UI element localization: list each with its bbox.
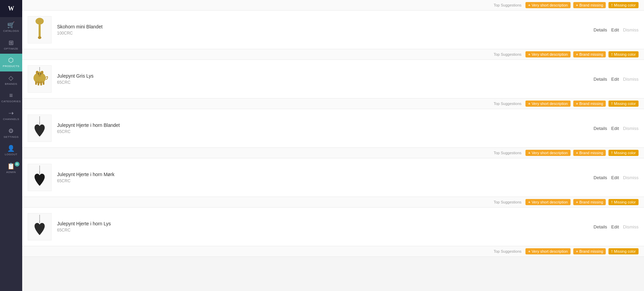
product-row-4: Julepynt Hjerte i horn Mørk 65CRC Detail… (22, 158, 644, 197)
edit-link-4[interactable]: Edit (611, 175, 619, 180)
plus-icon: + (576, 151, 578, 155)
product-info-5: Julepynt Hjerte i horn Lys 65CRC (57, 221, 588, 233)
heart-ornament-svg-5 (31, 215, 48, 239)
product-actions-4: Details Edit Dismiss (593, 175, 639, 180)
brand-missing-tag-1[interactable]: + Brand missing (573, 2, 606, 8)
very-short-description-tag-5b[interactable]: + Very short description (525, 248, 571, 254)
missing-color-tag-1[interactable]: ! Missing color (608, 2, 639, 8)
channels-icon: ⇢ (9, 110, 14, 116)
svg-rect-10 (38, 81, 39, 85)
warn-icon: ! (611, 102, 612, 106)
details-link-3[interactable]: Details (593, 126, 607, 131)
sidebar-item-label: BRANDS (5, 82, 17, 86)
plus-icon: + (528, 250, 530, 253)
sidebar-item-categories[interactable]: ≡ CATEGORIES (0, 89, 22, 107)
missing-color-tag-2[interactable]: ! Missing color (608, 51, 639, 57)
svg-rect-1 (39, 24, 41, 38)
missing-color-tag-5b[interactable]: ! Missing color (608, 248, 639, 254)
brand-missing-tag-5b[interactable]: + Brand missing (573, 248, 606, 254)
edit-link-1[interactable]: Edit (611, 27, 619, 32)
logo-text: W (8, 5, 14, 12)
dismiss-link-4[interactable]: Dismiss (623, 175, 639, 180)
sidebar-item-label: LOGOUT (5, 153, 17, 156)
plus-icon: + (576, 250, 578, 253)
product-actions-2: Details Edit Dismiss (593, 77, 639, 82)
product-info-3: Julepynt Hjerte i horn Blandet 65CRC (57, 122, 588, 134)
product-actions-3: Details Edit Dismiss (593, 126, 639, 131)
very-short-description-tag-2[interactable]: + Very short description (525, 51, 571, 57)
suggestions-label: Top Suggestions (494, 3, 521, 7)
edit-link-5[interactable]: Edit (611, 224, 619, 229)
details-link-5[interactable]: Details (593, 224, 607, 229)
brand-missing-tag-3[interactable]: + Brand missing (573, 101, 606, 107)
product-image-5 (28, 213, 52, 240)
dismiss-link-5[interactable]: Dismiss (623, 224, 639, 229)
product-section-4: Top Suggestions + Very short description… (22, 148, 644, 197)
product-name-4: Julepynt Hjerte i horn Mørk (57, 172, 588, 177)
svg-rect-9 (35, 81, 37, 85)
product-row-3: Julepynt Hjerte i horn Blandet 65CRC Det… (22, 109, 644, 148)
admin-badge: A (15, 162, 19, 167)
warn-icon: ! (611, 3, 612, 7)
main-content: Top Suggestions + Very short description… (22, 0, 644, 291)
sidebar-item-channels[interactable]: ⇢ CHANNELS (0, 107, 22, 124)
svg-rect-12 (43, 81, 44, 85)
plus-icon: + (528, 151, 530, 155)
sidebar-item-settings[interactable]: ⚙ SETTINGS (0, 124, 22, 142)
brand-missing-tag-5[interactable]: + Brand missing (573, 199, 606, 205)
tag-label: Brand missing (579, 151, 603, 155)
product-row-5: Julepynt Hjerte i horn Lys 65CRC Details… (22, 208, 644, 246)
product-image-1 (28, 16, 52, 43)
sidebar-item-label: CATEGORIES (1, 100, 21, 103)
details-link-1[interactable]: Details (593, 27, 607, 32)
sidebar-item-products[interactable]: ⬡ PRODUCTS (0, 54, 22, 71)
sidebar-item-admin[interactable]: A 📋 ADMIN (0, 160, 22, 177)
details-link-4[interactable]: Details (593, 175, 607, 180)
brand-missing-tag-2[interactable]: + Brand missing (573, 51, 606, 57)
details-link-2[interactable]: Details (593, 77, 607, 82)
plus-icon: + (528, 3, 530, 7)
very-short-description-tag-4[interactable]: + Very short description (525, 150, 571, 156)
tag-label: Very short description (532, 200, 568, 204)
sidebar-item-brands[interactable]: ◇ BRANDS (0, 71, 22, 89)
plus-icon: + (528, 102, 530, 106)
missing-color-tag-4[interactable]: ! Missing color (608, 150, 639, 156)
plus-icon: + (576, 200, 578, 204)
product-name-2: Julepynt Gris Lys (57, 73, 588, 79)
product-row-1: Skohorn mini Blandet 100CRC Details Edit… (22, 11, 644, 49)
sidebar-item-optimize[interactable]: ⊞ OPTIMIZE (0, 36, 22, 54)
suggestions-row-3: Top Suggestions + Very short description… (22, 98, 644, 109)
product-section-2: Top Suggestions + Very short description… (22, 49, 644, 98)
product-name-3: Julepynt Hjerte i horn Blandet (57, 122, 588, 128)
very-short-description-tag-3[interactable]: + Very short description (525, 101, 571, 107)
dismiss-link-3[interactable]: Dismiss (623, 126, 639, 131)
missing-color-tag-3[interactable]: ! Missing color (608, 101, 639, 107)
warn-icon: ! (611, 200, 612, 204)
sidebar-item-logout[interactable]: 👤 LOGOUT (0, 142, 22, 160)
svg-rect-11 (40, 81, 42, 85)
suggestions-row-2: Top Suggestions + Very short description… (22, 49, 644, 60)
tag-label: Missing color (614, 52, 636, 56)
suggestions-label: Top Suggestions (494, 52, 521, 56)
suggestions-row-5b: Top Suggestions + Very short description… (22, 246, 644, 257)
very-short-description-tag-5[interactable]: + Very short description (525, 199, 571, 205)
dismiss-link-2[interactable]: Dismiss (623, 77, 639, 82)
svg-point-8 (38, 75, 41, 77)
dismiss-link-1[interactable]: Dismiss (623, 27, 639, 32)
product-name-5: Julepynt Hjerte i horn Lys (57, 221, 588, 226)
tag-label: Missing color (614, 151, 636, 155)
very-short-description-tag-1[interactable]: + Very short description (525, 2, 571, 8)
heart-ornament-svg-4 (31, 166, 48, 189)
edit-link-2[interactable]: Edit (611, 77, 619, 82)
brand-missing-tag-4[interactable]: + Brand missing (573, 150, 606, 156)
sidebar: W 🛒 CATALOGS ⊞ OPTIMIZE ⬡ PRODUCTS ◇ BRA… (0, 0, 22, 291)
tag-label: Very short description (532, 151, 568, 155)
plus-icon: + (576, 53, 578, 56)
edit-link-3[interactable]: Edit (611, 126, 619, 131)
missing-color-tag-5[interactable]: ! Missing color (608, 199, 639, 205)
sidebar-item-label: CHANNELS (3, 118, 19, 121)
product-actions-5: Details Edit Dismiss (593, 224, 639, 229)
sidebar-item-catalogs[interactable]: 🛒 CATALOGS (0, 18, 22, 36)
product-section-3: Top Suggestions + Very short description… (22, 98, 644, 148)
tag-label: Brand missing (579, 3, 603, 7)
